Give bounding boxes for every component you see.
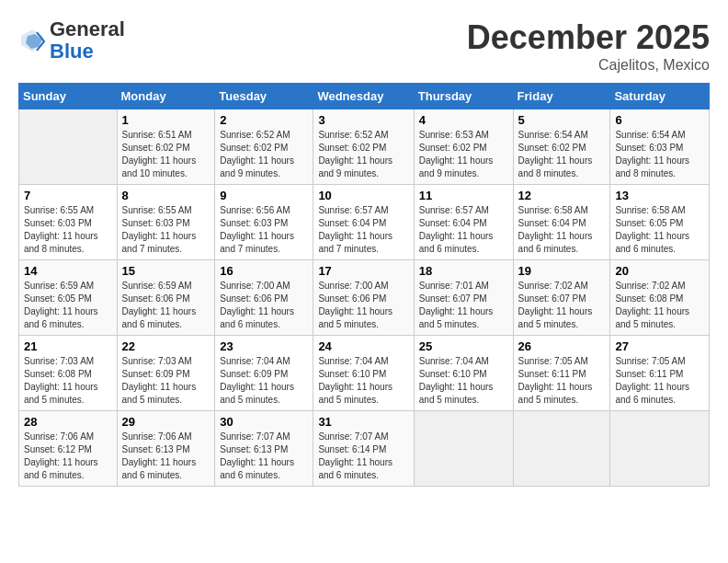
day-number: 12 (518, 189, 606, 202)
day-info: Sunrise: 7:00 AMSunset: 6:06 PMDaylight:… (318, 280, 408, 331)
day-number: 17 (318, 264, 408, 278)
calendar-cell: 29Sunrise: 7:06 AMSunset: 6:13 PMDayligh… (117, 411, 215, 487)
day-number: 3 (318, 113, 408, 127)
location-subtitle: Cajelitos, Mexico (467, 57, 710, 74)
calendar-header-row: SundayMondayTuesdayWednesdayThursdayFrid… (19, 84, 710, 109)
day-info: Sunrise: 6:59 AMSunset: 6:05 PMDaylight:… (24, 280, 112, 331)
calendar-cell: 3Sunrise: 6:52 AMSunset: 6:02 PMDaylight… (313, 109, 414, 185)
day-info: Sunrise: 6:57 AMSunset: 6:04 PMDaylight:… (318, 204, 408, 256)
day-number: 13 (615, 189, 704, 202)
day-number: 24 (318, 339, 408, 353)
day-number: 19 (518, 264, 606, 278)
day-number: 6 (615, 113, 704, 127)
day-info: Sunrise: 6:51 AMSunset: 6:02 PMDaylight:… (122, 129, 210, 180)
calendar-cell: 14Sunrise: 6:59 AMSunset: 6:05 PMDayligh… (19, 260, 118, 336)
calendar-cell: 18Sunrise: 7:01 AMSunset: 6:07 PMDayligh… (414, 260, 513, 336)
calendar-day-header: Thursday (414, 84, 513, 109)
day-info: Sunrise: 6:54 AMSunset: 6:02 PMDaylight:… (518, 129, 606, 180)
calendar-day-header: Tuesday (215, 84, 313, 109)
calendar-week-row: 21Sunrise: 7:03 AMSunset: 6:08 PMDayligh… (19, 336, 710, 411)
day-info: Sunrise: 6:52 AMSunset: 6:02 PMDaylight:… (318, 129, 408, 180)
calendar-cell: 7Sunrise: 6:55 AMSunset: 6:03 PMDaylight… (19, 185, 118, 260)
day-info: Sunrise: 7:02 AMSunset: 6:08 PMDaylight:… (615, 280, 704, 331)
day-info: Sunrise: 7:03 AMSunset: 6:09 PMDaylight:… (122, 355, 210, 407)
day-number: 28 (24, 415, 112, 429)
day-info: Sunrise: 6:57 AMSunset: 6:04 PMDaylight:… (419, 204, 508, 256)
calendar-cell: 10Sunrise: 6:57 AMSunset: 6:04 PMDayligh… (313, 185, 414, 260)
day-number: 21 (24, 339, 112, 353)
day-number: 31 (318, 415, 408, 429)
calendar-cell (19, 109, 118, 185)
calendar-cell: 24Sunrise: 7:04 AMSunset: 6:10 PMDayligh… (313, 336, 414, 411)
day-number: 26 (518, 339, 606, 353)
day-info: Sunrise: 6:59 AMSunset: 6:06 PMDaylight:… (122, 280, 210, 331)
day-number: 8 (122, 189, 210, 202)
calendar-day-header: Wednesday (313, 84, 414, 109)
calendar-week-row: 14Sunrise: 6:59 AMSunset: 6:05 PMDayligh… (19, 260, 710, 336)
day-number: 29 (122, 415, 210, 429)
day-number: 2 (220, 113, 308, 127)
day-info: Sunrise: 7:04 AMSunset: 6:09 PMDaylight:… (220, 355, 308, 407)
calendar-cell (414, 411, 513, 487)
day-number: 5 (518, 113, 606, 127)
day-number: 15 (122, 264, 210, 278)
calendar-cell: 27Sunrise: 7:05 AMSunset: 6:11 PMDayligh… (610, 336, 710, 411)
day-number: 25 (419, 339, 508, 353)
day-info: Sunrise: 7:04 AMSunset: 6:10 PMDaylight:… (318, 355, 408, 407)
calendar-day-header: Sunday (19, 84, 118, 109)
day-number: 9 (220, 189, 308, 202)
calendar-cell: 13Sunrise: 6:58 AMSunset: 6:05 PMDayligh… (610, 185, 710, 260)
calendar-day-header: Saturday (610, 84, 710, 109)
day-info: Sunrise: 7:06 AMSunset: 6:12 PMDaylight:… (24, 431, 112, 482)
day-info: Sunrise: 7:02 AMSunset: 6:07 PMDaylight:… (518, 280, 606, 331)
day-number: 27 (615, 339, 704, 353)
calendar-cell: 20Sunrise: 7:02 AMSunset: 6:08 PMDayligh… (610, 260, 710, 336)
calendar-cell: 26Sunrise: 7:05 AMSunset: 6:11 PMDayligh… (513, 336, 610, 411)
month-title: December 2025 (467, 18, 710, 57)
logo: General Blue (18, 18, 125, 63)
day-info: Sunrise: 7:03 AMSunset: 6:08 PMDaylight:… (24, 355, 112, 407)
day-number: 14 (24, 264, 112, 278)
day-info: Sunrise: 6:56 AMSunset: 6:03 PMDaylight:… (220, 204, 308, 256)
day-info: Sunrise: 6:58 AMSunset: 6:04 PMDaylight:… (518, 204, 606, 256)
calendar-cell: 12Sunrise: 6:58 AMSunset: 6:04 PMDayligh… (513, 185, 610, 260)
calendar-cell: 8Sunrise: 6:55 AMSunset: 6:03 PMDaylight… (117, 185, 215, 260)
calendar-day-header: Friday (513, 84, 610, 109)
day-info: Sunrise: 6:58 AMSunset: 6:05 PMDaylight:… (615, 204, 704, 256)
calendar-cell: 4Sunrise: 6:53 AMSunset: 6:02 PMDaylight… (414, 109, 513, 185)
day-info: Sunrise: 6:55 AMSunset: 6:03 PMDaylight:… (24, 204, 112, 256)
calendar-cell: 2Sunrise: 6:52 AMSunset: 6:02 PMDaylight… (215, 109, 313, 185)
logo-general-text: General (50, 18, 125, 40)
logo-icon (18, 27, 46, 54)
calendar-cell: 6Sunrise: 6:54 AMSunset: 6:03 PMDaylight… (610, 109, 710, 185)
calendar-cell: 23Sunrise: 7:04 AMSunset: 6:09 PMDayligh… (215, 336, 313, 411)
calendar-cell: 21Sunrise: 7:03 AMSunset: 6:08 PMDayligh… (19, 336, 118, 411)
day-number: 30 (220, 415, 308, 429)
day-number: 10 (318, 189, 408, 202)
calendar-cell: 16Sunrise: 7:00 AMSunset: 6:06 PMDayligh… (215, 260, 313, 336)
calendar-week-row: 1Sunrise: 6:51 AMSunset: 6:02 PMDaylight… (19, 109, 710, 185)
calendar-cell (513, 411, 610, 487)
day-number: 4 (419, 113, 508, 127)
day-info: Sunrise: 7:05 AMSunset: 6:11 PMDaylight:… (518, 355, 606, 407)
day-number: 20 (615, 264, 704, 278)
day-info: Sunrise: 7:07 AMSunset: 6:13 PMDaylight:… (220, 431, 308, 482)
day-number: 23 (220, 339, 308, 353)
day-number: 16 (220, 264, 308, 278)
calendar-week-row: 7Sunrise: 6:55 AMSunset: 6:03 PMDaylight… (19, 185, 710, 260)
day-info: Sunrise: 6:53 AMSunset: 6:02 PMDaylight:… (419, 129, 508, 180)
day-info: Sunrise: 7:06 AMSunset: 6:13 PMDaylight:… (122, 431, 210, 482)
calendar-cell: 31Sunrise: 7:07 AMSunset: 6:14 PMDayligh… (313, 411, 414, 487)
day-info: Sunrise: 7:00 AMSunset: 6:06 PMDaylight:… (220, 280, 308, 331)
day-number: 11 (419, 189, 508, 202)
calendar-cell: 30Sunrise: 7:07 AMSunset: 6:13 PMDayligh… (215, 411, 313, 487)
day-info: Sunrise: 7:07 AMSunset: 6:14 PMDaylight:… (318, 431, 408, 482)
day-number: 22 (122, 339, 210, 353)
calendar-cell: 25Sunrise: 7:04 AMSunset: 6:10 PMDayligh… (414, 336, 513, 411)
title-section: December 2025 Cajelitos, Mexico (467, 18, 710, 74)
day-info: Sunrise: 7:01 AMSunset: 6:07 PMDaylight:… (419, 280, 508, 331)
calendar-cell: 1Sunrise: 6:51 AMSunset: 6:02 PMDaylight… (117, 109, 215, 185)
day-number: 1 (122, 113, 210, 127)
page-header: General Blue December 2025 Cajelitos, Me… (18, 18, 710, 74)
calendar-cell (610, 411, 710, 487)
